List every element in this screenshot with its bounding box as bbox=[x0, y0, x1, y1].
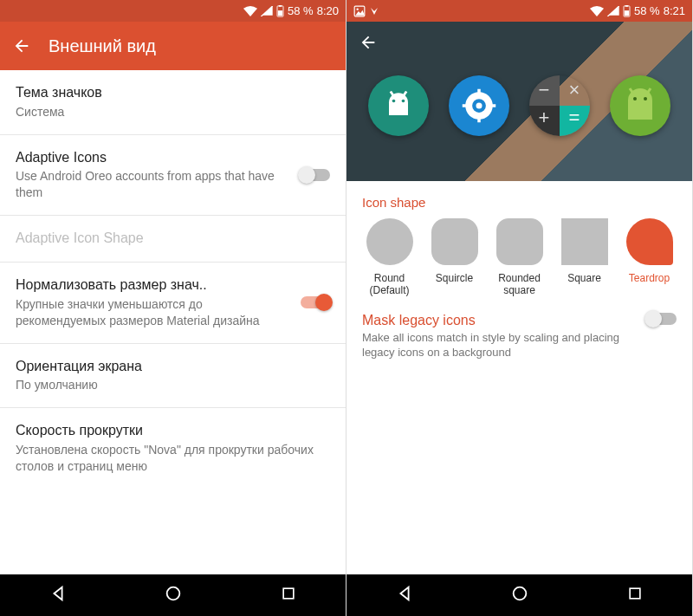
svg-text:+: + bbox=[538, 107, 549, 128]
svg-rect-20 bbox=[477, 118, 481, 122]
battery-text: 58 % bbox=[288, 4, 314, 17]
svg-text:×: × bbox=[568, 79, 580, 101]
mask-subtitle: Make all icons match in style by scaling… bbox=[362, 330, 638, 360]
svg-point-31 bbox=[514, 587, 527, 600]
svg-point-12 bbox=[392, 100, 396, 103]
row-title: Тема значков bbox=[16, 84, 321, 102]
svg-rect-32 bbox=[630, 588, 640, 599]
svg-text:−: − bbox=[538, 79, 549, 101]
action-bar bbox=[346, 22, 692, 63]
nav-recents-button[interactable] bbox=[280, 585, 297, 606]
preview-app-icon bbox=[368, 75, 429, 136]
svg-point-7 bbox=[357, 8, 359, 10]
svg-point-4 bbox=[167, 587, 180, 600]
svg-line-15 bbox=[404, 92, 407, 97]
squircle-icon bbox=[431, 218, 478, 265]
row-adaptive-icons[interactable]: Adaptive Icons Use Android Oreo accounts… bbox=[0, 135, 346, 217]
signal-no-sim-icon bbox=[607, 6, 619, 16]
row-normalize-size[interactable]: Нормализовать размер знач.. Крупные знач… bbox=[0, 263, 346, 344]
preview-android-icon bbox=[610, 75, 670, 136]
settings-list: Тема значков Система Adaptive Icons Use … bbox=[0, 70, 346, 574]
phone-left: 58 % 8:20 Внешний вид Тема значков Систе… bbox=[0, 0, 346, 616]
row-subtitle: Система bbox=[16, 104, 321, 120]
icon-preview: − × + = bbox=[346, 22, 692, 181]
row-mask-legacy[interactable]: Mask legacy icons Make all icons match i… bbox=[346, 308, 692, 376]
section-icon-shape: Icon shape bbox=[346, 181, 692, 218]
row-title: Adaptive Icons bbox=[16, 149, 292, 167]
teardrop-icon bbox=[626, 218, 673, 265]
row-subtitle: Use Android Oreo accounts from apps that… bbox=[16, 168, 292, 201]
row-subtitle: Крупные значки уменьшаются до рекомендуе… bbox=[16, 296, 292, 329]
page-title: Внешний вид bbox=[49, 36, 156, 56]
phone-right: 58 % 8:21 − × + = bbox=[346, 0, 693, 616]
normalize-size-toggle[interactable] bbox=[301, 296, 330, 308]
svg-line-30 bbox=[647, 88, 651, 94]
svg-rect-11 bbox=[625, 10, 629, 16]
svg-rect-10 bbox=[625, 5, 629, 7]
status-bar: 58 % 8:21 bbox=[346, 0, 692, 22]
action-bar: Внешний вид bbox=[0, 22, 346, 70]
row-title: Adaptive Icon Shape bbox=[16, 230, 321, 248]
row-subtitle: Установлена скорость "Nova" для прокрутк… bbox=[16, 442, 321, 475]
row-subtitle: По умолчанию bbox=[16, 377, 321, 393]
shape-teardrop[interactable]: Teardrop bbox=[619, 218, 680, 297]
row-orientation[interactable]: Ориентация экрана По умолчанию bbox=[0, 344, 346, 409]
nav-bar bbox=[346, 574, 692, 616]
shape-label: Rounded square bbox=[498, 272, 541, 297]
nav-back-button[interactable] bbox=[49, 584, 68, 606]
row-icon-theme[interactable]: Тема значков Система bbox=[0, 70, 346, 135]
preview-calculator-icon: − × + = bbox=[529, 75, 590, 136]
svg-rect-5 bbox=[283, 588, 294, 599]
svg-rect-19 bbox=[477, 89, 481, 94]
row-title: Ориентация экрана bbox=[16, 358, 321, 376]
clock-text: 8:21 bbox=[664, 4, 685, 17]
svg-rect-21 bbox=[463, 104, 467, 107]
svg-rect-3 bbox=[278, 10, 282, 16]
shape-label: Round (Default) bbox=[369, 272, 409, 297]
shape-picker: Round (Default) Squircle Rounded square … bbox=[346, 218, 692, 308]
nav-home-button[interactable] bbox=[510, 584, 529, 606]
shape-label: Teardrop bbox=[629, 272, 670, 284]
app-notif-icon bbox=[369, 6, 379, 16]
adaptive-icons-toggle[interactable] bbox=[301, 169, 330, 181]
svg-point-27 bbox=[633, 97, 637, 101]
square-icon bbox=[561, 218, 608, 265]
shape-rounded-square[interactable]: Rounded square bbox=[489, 218, 550, 297]
svg-text:=: = bbox=[568, 107, 580, 128]
shape-round[interactable]: Round (Default) bbox=[359, 218, 420, 297]
mask-title: Mask legacy icons bbox=[362, 313, 638, 328]
svg-point-28 bbox=[644, 97, 647, 101]
wifi-icon bbox=[590, 6, 604, 16]
nav-recents-button[interactable] bbox=[626, 585, 644, 606]
shape-squircle[interactable]: Squircle bbox=[424, 218, 485, 297]
battery-icon bbox=[623, 5, 631, 17]
row-adaptive-shape: Adaptive Icon Shape bbox=[0, 216, 346, 263]
svg-rect-2 bbox=[279, 5, 282, 7]
mask-legacy-toggle[interactable] bbox=[647, 313, 677, 325]
rounded-square-icon bbox=[496, 218, 543, 265]
nav-home-button[interactable] bbox=[164, 584, 183, 606]
back-button[interactable] bbox=[359, 33, 378, 52]
svg-point-13 bbox=[402, 100, 405, 103]
nav-back-button[interactable] bbox=[395, 584, 414, 606]
status-bar: 58 % 8:20 bbox=[0, 0, 346, 22]
row-title: Скорость прокрутки bbox=[16, 422, 321, 440]
shape-label: Square bbox=[567, 272, 601, 284]
row-title: Нормализовать размер знач.. bbox=[16, 276, 292, 295]
clock-text: 8:20 bbox=[317, 4, 339, 17]
image-notif-icon bbox=[353, 5, 366, 17]
svg-line-29 bbox=[630, 88, 633, 94]
round-icon bbox=[366, 218, 413, 265]
svg-rect-22 bbox=[491, 104, 495, 107]
svg-point-18 bbox=[476, 103, 483, 109]
back-button[interactable] bbox=[12, 36, 31, 55]
battery-icon bbox=[276, 5, 284, 17]
preview-icons: − × + = bbox=[346, 75, 692, 136]
wifi-icon bbox=[243, 6, 257, 16]
row-scroll-speed[interactable]: Скорость прокрутки Установлена скорость … bbox=[0, 408, 346, 489]
signal-no-sim-icon bbox=[261, 6, 273, 16]
shape-label: Squircle bbox=[436, 272, 473, 284]
svg-line-14 bbox=[391, 92, 394, 97]
preview-settings-icon bbox=[449, 75, 509, 136]
shape-square[interactable]: Square bbox=[554, 218, 615, 297]
